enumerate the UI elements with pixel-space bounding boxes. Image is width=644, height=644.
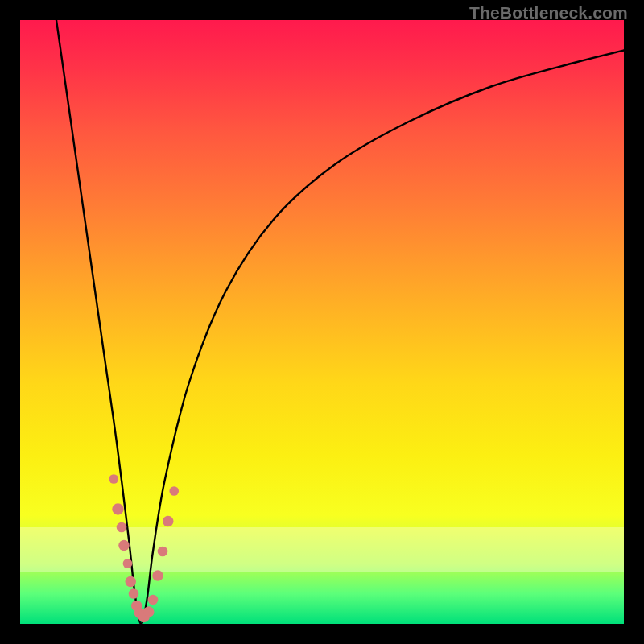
curve-marker: [129, 588, 139, 599]
watermark-text: TheBottleneck.com: [469, 3, 628, 23]
curve-marker: [143, 606, 155, 617]
bottleneck-curve-path: [56, 20, 624, 624]
curve-marker: [109, 474, 118, 484]
chart-frame: TheBottleneck.com: [0, 0, 644, 644]
curve-marker: [152, 570, 163, 581]
curve-marker: [117, 522, 127, 533]
curve-marker: [118, 540, 130, 551]
curve-marker: [148, 595, 159, 605]
curve-marker: [158, 547, 168, 557]
curve-marker: [169, 486, 179, 496]
curve-marker: [123, 559, 133, 568]
bottleneck-curve: [56, 20, 624, 624]
chart-plot-area: [20, 20, 624, 624]
bottleneck-curve-svg: [20, 20, 624, 624]
curve-marker: [163, 516, 174, 527]
curve-marker: [112, 503, 123, 514]
curve-marker: [126, 576, 137, 588]
curve-markers: [109, 474, 179, 622]
